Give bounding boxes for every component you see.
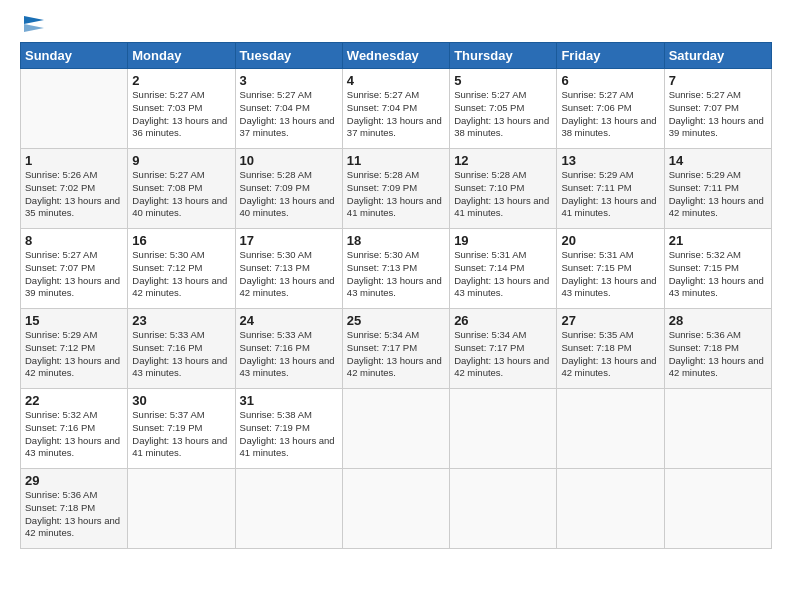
- day-number: 12: [454, 153, 552, 168]
- day-number: 31: [240, 393, 338, 408]
- day-info: Sunrise: 5:33 AMSunset: 7:16 PMDaylight:…: [240, 329, 338, 380]
- day-info: Sunrise: 5:27 AMSunset: 7:07 PMDaylight:…: [25, 249, 123, 300]
- table-row: [235, 469, 342, 549]
- table-row: 4Sunrise: 5:27 AMSunset: 7:04 PMDaylight…: [342, 69, 449, 149]
- day-info: Sunrise: 5:31 AMSunset: 7:14 PMDaylight:…: [454, 249, 552, 300]
- day-number: 28: [669, 313, 767, 328]
- table-row: 6Sunrise: 5:27 AMSunset: 7:06 PMDaylight…: [557, 69, 664, 149]
- day-number: 15: [25, 313, 123, 328]
- table-row: [664, 389, 771, 469]
- header-friday: Friday: [557, 43, 664, 69]
- table-row: 17Sunrise: 5:30 AMSunset: 7:13 PMDayligh…: [235, 229, 342, 309]
- day-number: 9: [132, 153, 230, 168]
- table-row: 30Sunrise: 5:37 AMSunset: 7:19 PMDayligh…: [128, 389, 235, 469]
- day-number: 23: [132, 313, 230, 328]
- table-row: [21, 69, 128, 149]
- table-row: 25Sunrise: 5:34 AMSunset: 7:17 PMDayligh…: [342, 309, 449, 389]
- table-row: 11Sunrise: 5:28 AMSunset: 7:09 PMDayligh…: [342, 149, 449, 229]
- table-row: [557, 469, 664, 549]
- day-info: Sunrise: 5:27 AMSunset: 7:06 PMDaylight:…: [561, 89, 659, 140]
- table-row: [450, 389, 557, 469]
- header-tuesday: Tuesday: [235, 43, 342, 69]
- table-row: 2Sunrise: 5:27 AMSunset: 7:03 PMDaylight…: [128, 69, 235, 149]
- day-number: 10: [240, 153, 338, 168]
- table-row: 29Sunrise: 5:36 AMSunset: 7:18 PMDayligh…: [21, 469, 128, 549]
- table-row: 1Sunrise: 5:26 AMSunset: 7:02 PMDaylight…: [21, 149, 128, 229]
- calendar-week-row: 2Sunrise: 5:27 AMSunset: 7:03 PMDaylight…: [21, 69, 772, 149]
- table-row: 31Sunrise: 5:38 AMSunset: 7:19 PMDayligh…: [235, 389, 342, 469]
- table-row: [450, 469, 557, 549]
- day-info: Sunrise: 5:28 AMSunset: 7:09 PMDaylight:…: [347, 169, 445, 220]
- day-number: 21: [669, 233, 767, 248]
- table-row: 20Sunrise: 5:31 AMSunset: 7:15 PMDayligh…: [557, 229, 664, 309]
- day-info: Sunrise: 5:33 AMSunset: 7:16 PMDaylight:…: [132, 329, 230, 380]
- day-info: Sunrise: 5:35 AMSunset: 7:18 PMDaylight:…: [561, 329, 659, 380]
- day-info: Sunrise: 5:28 AMSunset: 7:09 PMDaylight:…: [240, 169, 338, 220]
- day-info: Sunrise: 5:32 AMSunset: 7:16 PMDaylight:…: [25, 409, 123, 460]
- table-row: 23Sunrise: 5:33 AMSunset: 7:16 PMDayligh…: [128, 309, 235, 389]
- table-row: [664, 469, 771, 549]
- day-info: Sunrise: 5:30 AMSunset: 7:12 PMDaylight:…: [132, 249, 230, 300]
- day-number: 22: [25, 393, 123, 408]
- day-number: 8: [25, 233, 123, 248]
- header-monday: Monday: [128, 43, 235, 69]
- table-row: 12Sunrise: 5:28 AMSunset: 7:10 PMDayligh…: [450, 149, 557, 229]
- day-number: 26: [454, 313, 552, 328]
- day-number: 19: [454, 233, 552, 248]
- table-row: [557, 389, 664, 469]
- day-number: 16: [132, 233, 230, 248]
- day-number: 11: [347, 153, 445, 168]
- day-number: 17: [240, 233, 338, 248]
- table-row: 10Sunrise: 5:28 AMSunset: 7:09 PMDayligh…: [235, 149, 342, 229]
- day-info: Sunrise: 5:36 AMSunset: 7:18 PMDaylight:…: [25, 489, 123, 540]
- table-row: 7Sunrise: 5:27 AMSunset: 7:07 PMDaylight…: [664, 69, 771, 149]
- svg-marker-0: [24, 16, 44, 24]
- table-row: 5Sunrise: 5:27 AMSunset: 7:05 PMDaylight…: [450, 69, 557, 149]
- day-info: Sunrise: 5:37 AMSunset: 7:19 PMDaylight:…: [132, 409, 230, 460]
- table-row: 24Sunrise: 5:33 AMSunset: 7:16 PMDayligh…: [235, 309, 342, 389]
- day-number: 1: [25, 153, 123, 168]
- calendar-table: Sunday Monday Tuesday Wednesday Thursday…: [20, 42, 772, 549]
- day-number: 27: [561, 313, 659, 328]
- header-wednesday: Wednesday: [342, 43, 449, 69]
- day-info: Sunrise: 5:27 AMSunset: 7:04 PMDaylight:…: [240, 89, 338, 140]
- day-info: Sunrise: 5:26 AMSunset: 7:02 PMDaylight:…: [25, 169, 123, 220]
- header-sunday: Sunday: [21, 43, 128, 69]
- table-row: 14Sunrise: 5:29 AMSunset: 7:11 PMDayligh…: [664, 149, 771, 229]
- day-number: 18: [347, 233, 445, 248]
- header-thursday: Thursday: [450, 43, 557, 69]
- day-info: Sunrise: 5:30 AMSunset: 7:13 PMDaylight:…: [240, 249, 338, 300]
- day-number: 4: [347, 73, 445, 88]
- day-info: Sunrise: 5:27 AMSunset: 7:07 PMDaylight:…: [669, 89, 767, 140]
- table-row: 26Sunrise: 5:34 AMSunset: 7:17 PMDayligh…: [450, 309, 557, 389]
- calendar-week-row: 8Sunrise: 5:27 AMSunset: 7:07 PMDaylight…: [21, 229, 772, 309]
- table-row: 8Sunrise: 5:27 AMSunset: 7:07 PMDaylight…: [21, 229, 128, 309]
- day-info: Sunrise: 5:32 AMSunset: 7:15 PMDaylight:…: [669, 249, 767, 300]
- day-info: Sunrise: 5:27 AMSunset: 7:05 PMDaylight:…: [454, 89, 552, 140]
- day-info: Sunrise: 5:27 AMSunset: 7:08 PMDaylight:…: [132, 169, 230, 220]
- calendar-week-row: 15Sunrise: 5:29 AMSunset: 7:12 PMDayligh…: [21, 309, 772, 389]
- day-number: 5: [454, 73, 552, 88]
- day-info: Sunrise: 5:34 AMSunset: 7:17 PMDaylight:…: [347, 329, 445, 380]
- day-info: Sunrise: 5:29 AMSunset: 7:11 PMDaylight:…: [561, 169, 659, 220]
- logo-wrapper: [20, 18, 44, 34]
- main-container: Sunday Monday Tuesday Wednesday Thursday…: [0, 0, 792, 559]
- day-info: Sunrise: 5:31 AMSunset: 7:15 PMDaylight:…: [561, 249, 659, 300]
- day-info: Sunrise: 5:27 AMSunset: 7:03 PMDaylight:…: [132, 89, 230, 140]
- weekday-header-row: Sunday Monday Tuesday Wednesday Thursday…: [21, 43, 772, 69]
- table-row: 28Sunrise: 5:36 AMSunset: 7:18 PMDayligh…: [664, 309, 771, 389]
- day-info: Sunrise: 5:34 AMSunset: 7:17 PMDaylight:…: [454, 329, 552, 380]
- calendar-week-row: 29Sunrise: 5:36 AMSunset: 7:18 PMDayligh…: [21, 469, 772, 549]
- table-row: 21Sunrise: 5:32 AMSunset: 7:15 PMDayligh…: [664, 229, 771, 309]
- header: [20, 18, 772, 32]
- table-row: [342, 389, 449, 469]
- logo: [20, 18, 44, 32]
- table-row: 22Sunrise: 5:32 AMSunset: 7:16 PMDayligh…: [21, 389, 128, 469]
- day-number: 24: [240, 313, 338, 328]
- day-number: 25: [347, 313, 445, 328]
- table-row: 16Sunrise: 5:30 AMSunset: 7:12 PMDayligh…: [128, 229, 235, 309]
- day-number: 29: [25, 473, 123, 488]
- table-row: 13Sunrise: 5:29 AMSunset: 7:11 PMDayligh…: [557, 149, 664, 229]
- day-number: 13: [561, 153, 659, 168]
- calendar-week-row: 22Sunrise: 5:32 AMSunset: 7:16 PMDayligh…: [21, 389, 772, 469]
